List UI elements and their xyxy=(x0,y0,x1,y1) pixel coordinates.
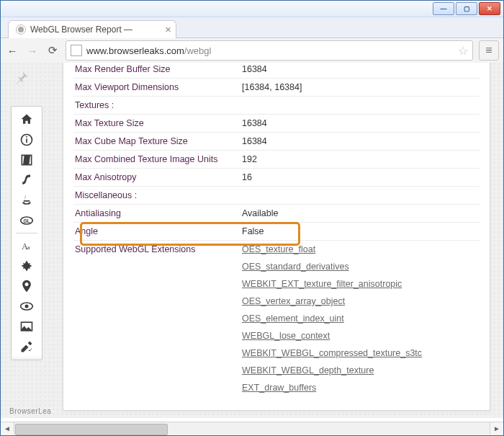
section-label: Textures : xyxy=(73,99,480,112)
row-label xyxy=(73,282,240,285)
horizontal-scrollbar[interactable]: ◄ ► xyxy=(1,422,503,435)
row-label xyxy=(73,352,240,355)
sidebar: GL Aa xyxy=(11,106,42,360)
row-value: WEBKIT_WEBGL_compressed_texture_s3tc xyxy=(240,347,480,360)
extension-link[interactable]: WEBGL_lose_context xyxy=(242,331,330,341)
address-bar[interactable]: www.browserleaks.com/webgl ☆ xyxy=(66,40,473,61)
pin-icon[interactable] xyxy=(14,70,30,86)
close-button[interactable]: ✕ xyxy=(479,2,500,15)
extension-link[interactable]: WEBKIT_WEBGL_compressed_texture_s3tc xyxy=(242,348,422,358)
report-panel: Max Render Buffer Size16384Max Viewport … xyxy=(63,63,490,411)
home-icon[interactable] xyxy=(14,110,39,130)
webgl-icon[interactable]: GL xyxy=(14,210,39,231)
page-icon xyxy=(71,45,82,56)
row-label: Supported WebGL Extensions xyxy=(73,243,240,256)
tab-close-icon[interactable]: ✕ xyxy=(165,25,171,35)
back-button[interactable]: ← xyxy=(5,43,19,58)
extension-row: OES_standard_derivatives xyxy=(73,258,480,275)
row-value: 16 xyxy=(240,171,480,184)
scroll-thumb[interactable] xyxy=(15,424,168,435)
svg-point-8 xyxy=(25,305,29,308)
row-label: Max Render Buffer Size xyxy=(73,63,240,76)
table-row: AngleFalse xyxy=(73,223,480,241)
row-label xyxy=(73,334,240,337)
extension-row: WEBKIT_EXT_texture_filter_anisotropic xyxy=(73,275,480,293)
extension-link[interactable]: EXT_draw_buffers xyxy=(242,383,316,393)
menu-button[interactable]: ≡ xyxy=(479,40,499,61)
svg-text:GL: GL xyxy=(23,218,30,223)
table-row: Max Cube Map Texture Size16384 xyxy=(73,133,480,151)
geolocation-icon[interactable] xyxy=(14,276,39,296)
extension-row: Supported WebGL ExtensionsOES_texture_fl… xyxy=(73,241,480,258)
favicon-icon xyxy=(16,25,26,35)
extension-row: OES_vertex_array_object xyxy=(73,293,480,310)
svg-rect-1 xyxy=(26,138,27,143)
svg-rect-2 xyxy=(26,136,27,138)
fonts-icon[interactable]: Aa xyxy=(14,236,39,256)
table-row: Max Anisotropy16 xyxy=(73,169,480,187)
extension-row: EXT_draw_buffers xyxy=(73,379,480,396)
row-value: 16384 xyxy=(240,117,480,130)
scroll-left-button[interactable]: ◄ xyxy=(1,422,14,435)
extension-link[interactable]: OES_standard_derivatives xyxy=(242,262,349,272)
extension-link[interactable]: WEBKIT_EXT_texture_filter_anisotropic xyxy=(242,279,402,289)
extension-row: OES_element_index_uint xyxy=(73,310,480,327)
extension-row: WEBKIT_WEBGL_compressed_texture_s3tc xyxy=(73,344,480,362)
extension-row: WEBGL_lose_context xyxy=(73,327,480,344)
svg-text:a: a xyxy=(27,244,30,251)
row-value: False xyxy=(240,225,480,238)
row-label: Max Combined Texture Image Units xyxy=(73,153,240,166)
sidebar-separator xyxy=(16,233,37,233)
row-value: 16384 xyxy=(240,135,480,148)
tab-webgl-report[interactable]: WebGL Browser Report — ✕ xyxy=(8,20,176,38)
browser-window: — ▢ ✕ WebGL Browser Report — ✕ ← → ⟳ www… xyxy=(0,0,504,436)
extension-link[interactable]: OES_texture_float xyxy=(242,244,315,254)
extension-link[interactable]: WEBKIT_WEBGL_depth_texture xyxy=(242,365,374,375)
row-value: OES_element_index_uint xyxy=(240,312,480,325)
row-label: Max Texture Size xyxy=(73,117,240,130)
scroll-right-button[interactable]: ► xyxy=(490,422,503,435)
row-label xyxy=(73,300,240,303)
extension-link[interactable]: OES_element_index_uint xyxy=(242,313,344,324)
row-label xyxy=(73,317,240,320)
row-label xyxy=(73,265,240,268)
row-value: OES_standard_derivatives xyxy=(240,260,480,273)
tools-icon[interactable] xyxy=(14,337,39,357)
url-host: www.browserleaks.com xyxy=(86,45,184,56)
reload-button[interactable]: ⟳ xyxy=(45,43,60,58)
row-value: WEBKIT_EXT_texture_filter_anisotropic xyxy=(240,277,480,290)
table-row: AntialiasingAvailable xyxy=(73,205,480,223)
row-value: WEBGL_lose_context xyxy=(240,329,480,342)
maximize-button[interactable]: ▢ xyxy=(456,2,477,15)
table-row: Max Texture Size16384 xyxy=(73,115,480,133)
bookmark-star-icon[interactable]: ☆ xyxy=(458,44,468,58)
row-label: Antialiasing xyxy=(73,207,240,220)
javascript-icon[interactable] xyxy=(14,150,39,170)
row-value: [16384, 16384] xyxy=(240,81,480,94)
row-value: 16384 xyxy=(240,63,480,76)
canvas-icon[interactable] xyxy=(14,256,39,276)
row-value: OES_vertex_array_object xyxy=(240,295,480,308)
table-row: Max Viewport Dimensions[16384, 16384] xyxy=(73,79,480,97)
row-value: WEBKIT_WEBGL_depth_texture xyxy=(240,364,480,377)
section-label: Miscellaneous : xyxy=(73,189,480,202)
section-header: Textures : xyxy=(73,97,480,115)
row-value: OES_texture_float xyxy=(240,243,480,256)
java-icon[interactable] xyxy=(14,190,39,210)
row-value: EXT_draw_buffers xyxy=(240,381,480,394)
page-body: GL Aa BrowserLea Max Render Buffer Size1… xyxy=(1,63,503,418)
extension-link[interactable]: OES_vertex_array_object xyxy=(242,296,345,306)
minimize-button[interactable]: — xyxy=(433,2,454,15)
brand-label: BrowserLea xyxy=(9,407,51,415)
flash-icon[interactable] xyxy=(14,170,39,190)
info-icon[interactable] xyxy=(14,130,39,150)
url-path: /webgl xyxy=(184,45,212,56)
row-label: Max Cube Map Texture Size xyxy=(73,135,240,148)
tab-strip: WebGL Browser Report — ✕ xyxy=(1,17,503,38)
row-label xyxy=(73,369,240,372)
detection-icon[interactable] xyxy=(14,296,39,316)
toolbar: ← → ⟳ www.browserleaks.com/webgl ☆ ≡ xyxy=(1,38,503,63)
table-row: Max Combined Texture Image Units192 xyxy=(73,151,480,169)
image-icon[interactable] xyxy=(14,316,39,337)
forward-button[interactable]: → xyxy=(25,43,40,58)
